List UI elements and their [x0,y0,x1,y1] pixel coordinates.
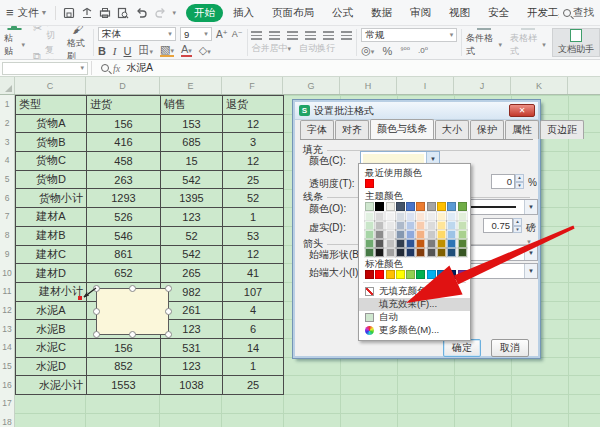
color-swatch[interactable] [437,248,446,257]
paste-icon[interactable] [7,28,22,30]
color-swatch[interactable] [375,202,384,211]
conditional-format-button[interactable]: 条件格式▾ [466,32,502,58]
bold-button[interactable]: B [98,45,106,57]
color-swatch[interactable] [437,230,446,239]
value-cell[interactable]: 4 [223,302,284,321]
color-swatch[interactable] [427,212,436,221]
select-all-corner[interactable] [0,77,15,94]
row-header-8[interactable]: 8 [0,226,14,245]
color-swatch[interactable] [386,270,395,279]
category-cell[interactable]: 建材B [16,227,87,246]
column-header-C[interactable]: C [15,77,86,94]
value-cell[interactable]: 12 [223,246,284,265]
value-cell[interactable]: 861 [87,246,161,265]
row-header-4[interactable]: 4 [0,151,14,170]
value-cell[interactable]: 1293 [87,189,161,208]
font-name-select[interactable]: 宋体▾ [98,27,176,41]
column-header-G[interactable]: G [283,77,340,94]
header-cell[interactable]: 退货 [223,96,284,115]
resize-handle[interactable] [165,285,172,292]
category-cell[interactable]: 水泥A [16,302,87,321]
color-swatch[interactable] [396,212,405,221]
color-swatch[interactable] [447,221,456,230]
color-swatch[interactable] [396,239,405,248]
dialog-tab-属性[interactable]: 属性 [505,120,539,139]
row-header-3[interactable]: 3 [0,132,14,151]
value-cell[interactable]: 15 [161,152,223,171]
resize-handle[interactable] [165,308,172,315]
column-header-K[interactable]: K [511,77,568,94]
font-size-select[interactable]: 9▾ [180,27,212,41]
category-cell[interactable]: 货物A [16,115,87,134]
cut-button[interactable]: ✂剪切 [33,26,59,42]
color-swatch[interactable] [437,270,446,279]
value-cell[interactable]: 265 [161,264,223,283]
percent-icon[interactable]: % [382,45,392,57]
value-cell[interactable]: 41 [223,264,284,283]
color-swatch[interactable] [365,230,374,239]
transparency-stepper[interactable]: ▲▼ [515,174,524,189]
color-swatch[interactable] [427,230,436,239]
row-header-17[interactable]: 17 [0,394,14,413]
value-cell[interactable]: 1 [223,358,284,377]
underline-button[interactable]: U [124,45,132,57]
row-header-1[interactable]: 1 [0,95,14,114]
value-cell[interactable]: 685 [161,133,223,152]
value-cell[interactable]: 1553 [87,376,161,395]
value-cell[interactable]: 542 [161,171,223,190]
color-swatch[interactable] [437,221,446,230]
resize-handle[interactable] [129,285,136,292]
value-cell[interactable]: 52 [161,227,223,246]
value-cell[interactable]: 852 [87,358,161,377]
column-header-I[interactable]: I [397,77,454,94]
color-swatch[interactable] [416,248,425,257]
color-swatch[interactable] [458,212,467,221]
hamburger-menu-icon[interactable]: ≡ [6,5,14,20]
color-swatch[interactable] [416,239,425,248]
color-swatch[interactable] [406,230,415,239]
color-swatch[interactable] [386,212,395,221]
value-cell[interactable]: 1395 [161,189,223,208]
color-swatch[interactable] [396,270,405,279]
search-box[interactable]: 查找 [563,6,594,20]
paste-button[interactable]: 粘贴▾ [4,32,25,58]
value-cell[interactable]: 458 [87,152,161,171]
dialog-tab-保护[interactable]: 保护 [470,120,504,139]
chevron-down-icon[interactable]: ▼ [524,246,537,260]
header-cell[interactable]: 类型 [16,96,87,115]
color-swatch[interactable] [406,248,415,257]
color-swatch[interactable] [386,230,395,239]
value-cell[interactable]: 1 [223,208,284,227]
category-cell[interactable]: 建材C [16,246,87,265]
value-cell[interactable]: 123 [161,208,223,227]
magnifier-icon[interactable] [101,64,109,72]
formula-input[interactable]: 水泥A [126,61,153,75]
resize-handle[interactable] [129,331,136,338]
ok-button[interactable]: 确定 [443,339,481,357]
column-header-D[interactable]: D [86,77,160,94]
color-swatch[interactable] [427,221,436,230]
color-swatch[interactable] [458,270,467,279]
color-swatch[interactable] [427,239,436,248]
category-cell[interactable]: 货物D [16,171,87,190]
row-header-16[interactable]: 16 [0,375,14,394]
category-cell[interactable]: 建材小计 [16,283,87,302]
table-style-button[interactable]: 表格样式▾ [510,32,546,58]
color-swatch[interactable] [447,248,456,257]
dialog-tab-页边距[interactable]: 页边距 [540,120,584,139]
color-swatch[interactable] [447,230,456,239]
color-swatch[interactable] [386,248,395,257]
category-cell[interactable]: 货物B [16,133,87,152]
color-swatch[interactable] [375,248,384,257]
save-icon[interactable] [63,7,75,19]
customize-toolbar-caret-icon[interactable]: ▾ [173,9,177,17]
eraser-icon[interactable]: ◇▾ [199,44,211,57]
value-cell[interactable]: 652 [87,264,161,283]
redo-icon[interactable] [154,7,167,19]
menu-tab-公式[interactable]: 公式 [324,4,361,22]
color-swatch[interactable] [447,270,456,279]
insert-function-icon[interactable]: fx [113,63,120,74]
transparency-value[interactable]: 0 [491,174,515,189]
color-swatch[interactable] [375,221,384,230]
color-swatch[interactable] [416,230,425,239]
